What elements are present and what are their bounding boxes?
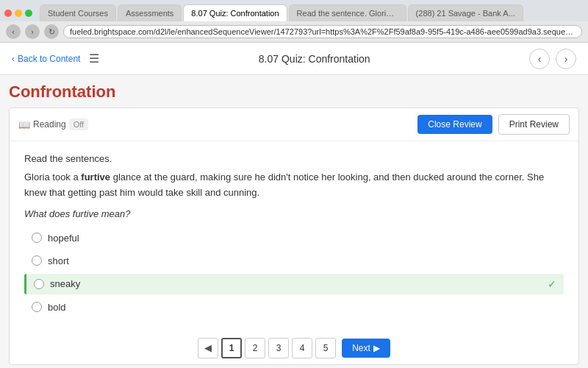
tab-read-sentence[interactable]: Read the sentence. Gloria too... (289, 4, 406, 21)
reading-icon: 📖 (18, 119, 30, 130)
radio-sneaky (34, 279, 44, 289)
close-dot[interactable] (4, 10, 12, 17)
next-arrow-icon: ▶ (373, 343, 380, 353)
tab-21-savage[interactable]: (288) 21 Savage - Bank A... (408, 4, 523, 21)
menu-icon[interactable]: ☰ (89, 52, 99, 66)
nav-arrows: ‹ › (529, 49, 576, 69)
tab-quiz-confrontation[interactable]: 8.07 Quiz: Confrontation (183, 4, 287, 21)
main-content: Confrontation 📖 Reading Off Close Review… (0, 75, 588, 368)
passage-text: Gloria took a furtive glance at the guar… (24, 170, 564, 201)
answer-bold[interactable]: bold (24, 297, 564, 317)
tab-student-courses[interactable]: Student Courses (40, 4, 116, 21)
answer-sneaky[interactable]: sneaky ✓ (24, 274, 564, 294)
pagination: ◀ 1 2 3 4 5 Next ▶ (10, 329, 578, 364)
address-bar: ‹ › ↻ fueled.brightspace.com/d2l/le/enha… (0, 21, 588, 42)
back-button[interactable]: ‹ (6, 24, 21, 39)
back-to-content-link[interactable]: ‹ Back to Content (12, 54, 80, 64)
question-area: Read the sentences. Gloria took a furtiv… (10, 141, 578, 329)
page-3-button[interactable]: 3 (268, 338, 289, 358)
prev-arrow-button[interactable]: ‹ (529, 49, 550, 69)
page-header: ‹ Back to Content ☰ 8.07 Quiz: Confronta… (0, 43, 588, 75)
tab-assessments[interactable]: Assessments (118, 4, 182, 21)
checkmark-icon: ✓ (548, 278, 556, 290)
next-arrow-button[interactable]: › (556, 49, 576, 69)
page-1-button[interactable]: 1 (221, 338, 242, 358)
radio-short (32, 255, 42, 266)
radio-bold (32, 302, 42, 312)
refresh-button[interactable]: ↻ (44, 24, 59, 39)
browser-chrome: Student Courses Assessments 8.07 Quiz: C… (0, 0, 588, 43)
maximize-dot[interactable] (25, 10, 32, 17)
answer-hopeful[interactable]: hopeful (24, 228, 564, 248)
reading-state[interactable]: Off (69, 118, 88, 130)
back-arrow-icon: ‹ (12, 54, 15, 64)
reading-toggle: 📖 Reading Off (18, 118, 88, 130)
tab-bar: Student Courses Assessments 8.07 Quiz: C… (0, 0, 588, 21)
answer-list: hopeful short sneaky ✓ bold (24, 228, 564, 317)
prev-page-button[interactable]: ◀ (198, 338, 218, 358)
review-bar: 📖 Reading Off Close Review Print Review (10, 108, 578, 141)
browser-dots (4, 10, 32, 17)
answer-short[interactable]: short (24, 251, 564, 271)
page-5-button[interactable]: 5 (315, 338, 336, 358)
radio-hopeful (32, 233, 42, 243)
print-review-button[interactable]: Print Review (498, 114, 570, 135)
page-title: 8.07 Quiz: Confrontation (99, 53, 529, 65)
url-bar[interactable]: fueled.brightspace.com/d2l/le/enhancedSe… (63, 25, 582, 38)
close-review-button[interactable]: Close Review (417, 115, 492, 134)
minimize-dot[interactable] (15, 10, 22, 17)
next-button[interactable]: Next ▶ (342, 339, 390, 358)
page-2-button[interactable]: 2 (245, 338, 265, 358)
quiz-title: Confrontation (9, 75, 579, 107)
forward-button[interactable]: › (25, 24, 40, 39)
page-4-button[interactable]: 4 (292, 338, 312, 358)
bold-word: furtive (81, 171, 110, 183)
instruction-text: Read the sentences. (24, 153, 564, 164)
question-text: What does furtive mean? (24, 208, 564, 219)
content-box: 📖 Reading Off Close Review Print Review … (9, 107, 579, 365)
